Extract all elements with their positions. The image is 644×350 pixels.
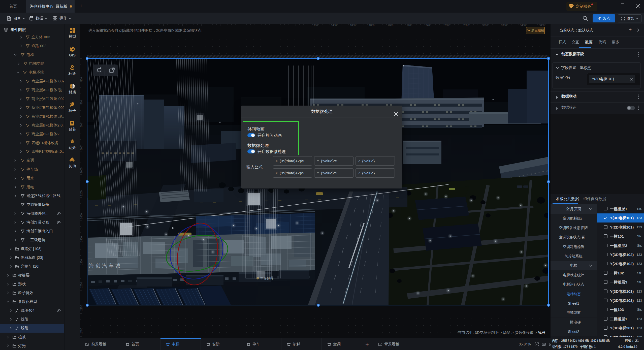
- svg-text:1200: 1200: [80, 190, 83, 196]
- svg-text:2800: 2800: [463, 24, 469, 27]
- svg-text:2000: 2000: [388, 24, 394, 27]
- svg-text:1600: 1600: [80, 236, 83, 242]
- svg-text:3000: 3000: [482, 24, 488, 27]
- svg-text:2200: 2200: [407, 24, 412, 27]
- svg-text:800: 800: [80, 146, 83, 150]
- svg-text:1800: 1800: [369, 24, 375, 27]
- svg-text:3200: 3200: [501, 24, 507, 27]
- svg-text:2600: 2600: [444, 24, 450, 27]
- svg-text:2200: 2200: [80, 305, 83, 311]
- svg-text:1600: 1600: [350, 24, 356, 27]
- svg-text:2000: 2000: [80, 282, 83, 288]
- svg-text:1000: 1000: [80, 167, 83, 173]
- svg-text:1400: 1400: [80, 213, 83, 219]
- svg-text:1400: 1400: [331, 24, 337, 27]
- svg-text:1200: 1200: [312, 24, 318, 27]
- svg-text:3600: 3600: [539, 24, 545, 27]
- svg-text:3400: 3400: [520, 24, 526, 27]
- svg-text:2400: 2400: [80, 328, 83, 334]
- svg-text:1800: 1800: [80, 259, 83, 265]
- svg-text:600: 600: [80, 123, 83, 127]
- svg-text:400: 400: [80, 100, 83, 104]
- svg-text:200: 200: [80, 77, 83, 81]
- svg-text:2400: 2400: [426, 24, 431, 27]
